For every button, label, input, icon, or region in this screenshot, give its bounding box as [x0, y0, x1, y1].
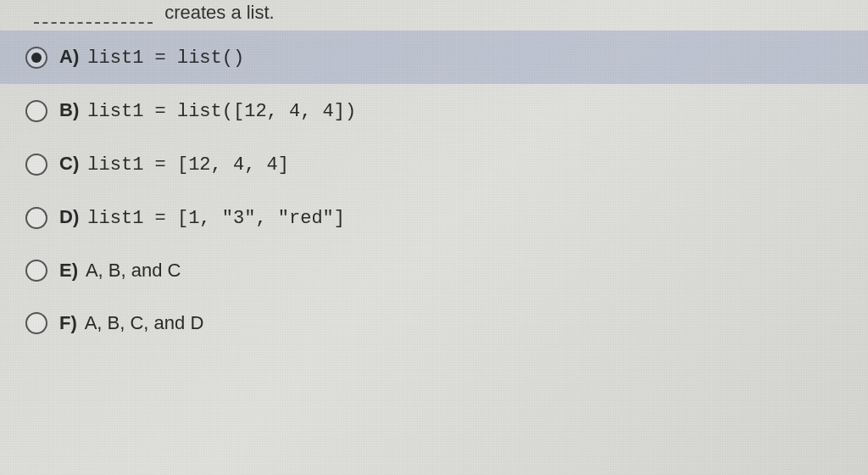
option-text: list1 = list(): [87, 48, 244, 69]
radio-icon: [25, 207, 47, 229]
option-text: list1 = [1, "3", "red"]: [87, 208, 345, 229]
option-text: A, B, C, and D: [85, 312, 204, 333]
option-text: list1 = [12, 4, 4]: [87, 154, 289, 176]
option-letter: C): [59, 153, 79, 174]
option-letter: D): [59, 206, 79, 227]
option-b[interactable]: B) list1 = list([12, 4, 4]): [0, 84, 868, 137]
question-text: creates a list.: [164, 2, 275, 23]
option-f[interactable]: F) A, B, C, and D: [0, 297, 868, 349]
option-d[interactable]: D) list1 = [1, "3", "red"]: [0, 191, 868, 244]
option-letter: A): [59, 46, 79, 67]
option-c[interactable]: C) list1 = [12, 4, 4]: [0, 137, 868, 191]
radio-icon: [25, 154, 47, 176]
options-list: A) list1 = list() B) list1 = list([12, 4…: [0, 31, 868, 349]
question-prompt: creates a list.: [0, 0, 868, 31]
option-text: A, B, and C: [86, 260, 181, 281]
radio-icon: [25, 312, 47, 334]
option-letter: B): [59, 99, 79, 120]
option-letter: E): [59, 260, 78, 281]
radio-icon: [25, 47, 47, 69]
option-letter: F): [59, 312, 77, 333]
option-a[interactable]: A) list1 = list(): [0, 31, 868, 84]
radio-icon: [25, 260, 47, 282]
radio-icon: [25, 100, 47, 122]
option-e[interactable]: E) A, B, and C: [0, 244, 868, 297]
option-text: list1 = list([12, 4, 4]): [87, 101, 356, 122]
fill-blank: [34, 8, 153, 24]
